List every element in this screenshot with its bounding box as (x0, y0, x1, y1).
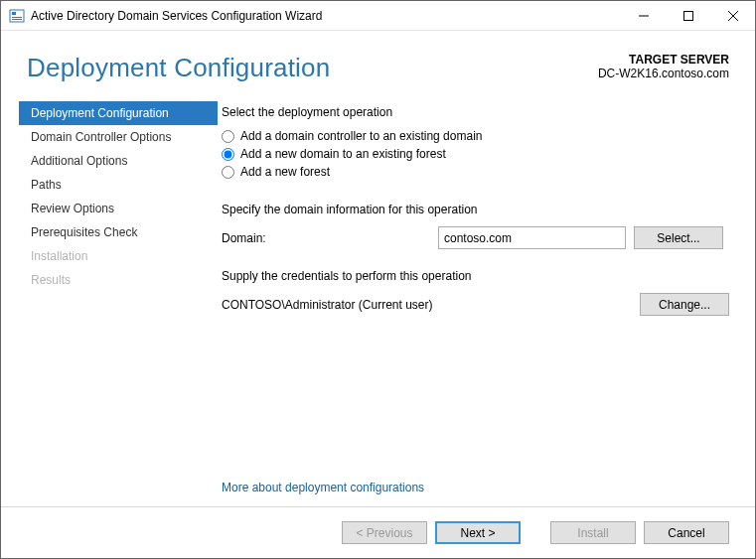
previous-button: < Previous (342, 521, 427, 544)
nav-item-deployment-configuration[interactable]: Deployment Configuration (19, 101, 218, 125)
svg-rect-5 (683, 11, 692, 20)
nav-item-results: Results (19, 268, 218, 292)
svg-rect-0 (10, 10, 24, 22)
domain-field-row: Domain: Select... (222, 226, 729, 249)
radio-input-add-domain[interactable] (222, 148, 234, 161)
domain-input[interactable] (438, 226, 626, 249)
radio-label: Add a domain controller to an existing d… (240, 129, 482, 143)
content-area: Deployment Configuration TARGET SERVER D… (1, 31, 755, 506)
nav-item-additional-options[interactable]: Additional Options (19, 149, 218, 173)
svg-rect-2 (12, 17, 22, 18)
header: Deployment Configuration TARGET SERVER D… (1, 31, 755, 93)
operation-label: Select the deployment operation (222, 105, 729, 119)
nav-item-paths[interactable]: Paths (19, 173, 218, 197)
nav-item-domain-controller-options[interactable]: Domain Controller Options (19, 125, 218, 149)
nav-item-prerequisites-check[interactable]: Prerequisites Check (19, 220, 218, 244)
credentials-value: CONTOSO\Administrator (Current user) (222, 298, 433, 312)
radio-add-dc-existing-domain[interactable]: Add a domain controller to an existing d… (222, 129, 729, 143)
install-button: Install (550, 521, 636, 544)
window-title: Active Directory Domain Services Configu… (31, 9, 621, 23)
titlebar: Active Directory Domain Services Configu… (1, 1, 755, 31)
credentials-section-label: Supply the credentials to perform this o… (222, 269, 729, 283)
select-button[interactable]: Select... (634, 226, 723, 249)
domain-field-label: Domain: (222, 231, 438, 245)
next-button[interactable]: Next > (435, 521, 521, 544)
maximize-button[interactable] (666, 1, 710, 30)
svg-rect-1 (12, 12, 16, 15)
footer: < Previous Next > Install Cancel (1, 506, 755, 558)
credentials-row: CONTOSO\Administrator (Current user) Cha… (222, 293, 729, 316)
radio-label: Add a new forest (240, 165, 330, 179)
svg-rect-3 (12, 19, 22, 20)
cancel-button[interactable]: Cancel (644, 521, 729, 544)
radio-input-new-forest[interactable] (222, 166, 234, 179)
minimize-button[interactable] (621, 1, 666, 30)
close-button[interactable] (710, 1, 755, 30)
radio-add-new-forest[interactable]: Add a new forest (222, 165, 729, 179)
target-server-label: TARGET SERVER (598, 53, 729, 67)
page-heading: Deployment Configuration (27, 53, 598, 83)
change-button[interactable]: Change... (640, 293, 729, 316)
target-server-block: TARGET SERVER DC-W2K16.contoso.com (598, 53, 729, 83)
nav-item-review-options[interactable]: Review Options (19, 197, 218, 220)
app-icon (9, 8, 25, 24)
wizard-window: Active Directory Domain Services Configu… (0, 0, 756, 559)
domain-section-label: Specify the domain information for this … (222, 203, 729, 216)
radio-add-domain-existing-forest[interactable]: Add a new domain to an existing forest (222, 147, 729, 161)
main-panel: Select the deployment operation Add a do… (218, 93, 741, 506)
nav-item-installation: Installation (19, 244, 218, 268)
radio-input-add-dc[interactable] (222, 130, 234, 143)
more-about-link[interactable]: More about deployment configurations (222, 481, 424, 494)
radio-label: Add a new domain to an existing forest (240, 147, 446, 161)
target-server-value: DC-W2K16.contoso.com (598, 67, 729, 80)
nav-sidebar: Deployment Configuration Domain Controll… (19, 93, 218, 506)
